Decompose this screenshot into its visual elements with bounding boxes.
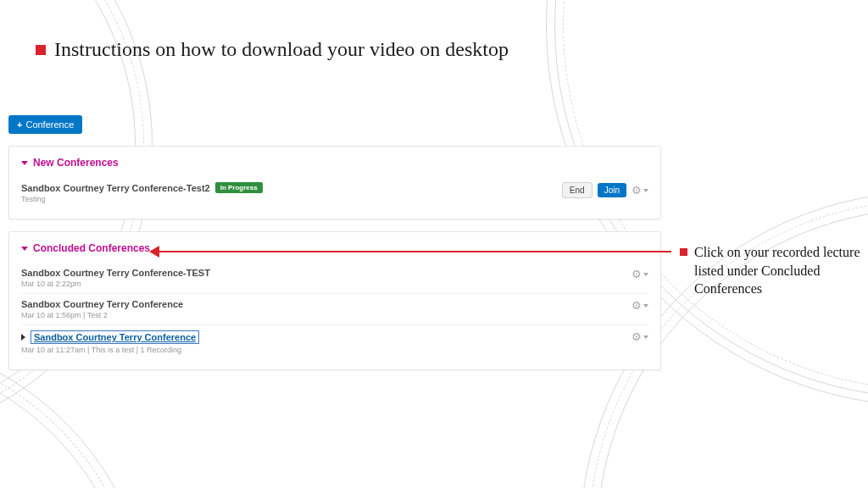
conference-row: Sandbox Courtney Terry Conference-Test2 … — [21, 177, 648, 208]
conference-title: Sandbox Courtney Terry Conference-TEST — [21, 268, 210, 278]
settings-menu[interactable]: ⚙ — [632, 330, 648, 343]
add-conference-button[interactable]: + Conference — [8, 115, 82, 134]
conference-info: Sandbox Courtney Terry Conference-Test2 … — [21, 182, 263, 203]
caret-down-icon — [643, 189, 648, 192]
caret-down-icon — [643, 273, 648, 276]
annotation-text: Click on your recorded lecture listed un… — [694, 243, 862, 298]
concluded-conferences-header[interactable]: Concluded Conferences — [21, 242, 648, 254]
conference-title: Sandbox Courtney Terry Conference-Test2 — [21, 183, 210, 193]
conference-title-line: Sandbox Courtney Terry Conference-Test2 … — [21, 182, 263, 193]
slide-title-row: Instructions on how to download your vid… — [36, 38, 509, 61]
caret-down-icon — [643, 336, 648, 339]
decorative-arc — [0, 352, 136, 488]
settings-menu[interactable]: ⚙ — [632, 184, 648, 197]
gear-icon: ⚙ — [632, 330, 642, 343]
conference-actions: End Join ⚙ — [562, 182, 648, 198]
conference-row[interactable]: Sandbox Courtney Terry Conference-TEST M… — [21, 263, 648, 294]
join-button[interactable]: Join — [598, 183, 626, 197]
status-badge: In Progress — [215, 182, 263, 193]
gear-icon: ⚙ — [632, 268, 642, 280]
conference-actions: ⚙ — [632, 330, 648, 343]
concluded-conferences-section: Concluded Conferences Sandbox Courtney T… — [8, 231, 661, 370]
new-conferences-header[interactable]: New Conferences — [21, 157, 648, 169]
gear-icon: ⚙ — [632, 299, 642, 312]
conference-info: Sandbox Courtney Terry Conference Mar 10… — [21, 330, 199, 354]
annotation-callout: Click on your recorded lecture listed un… — [680, 243, 862, 298]
conference-row[interactable]: Sandbox Courtney Terry Conference Mar 10… — [21, 294, 648, 325]
settings-menu[interactable]: ⚙ — [632, 268, 648, 280]
conference-actions: ⚙ — [632, 299, 648, 312]
caret-down-icon — [21, 161, 28, 165]
caret-down-icon — [643, 304, 648, 308]
conference-actions: ⚙ — [632, 268, 648, 280]
slide-title: Instructions on how to download your vid… — [54, 38, 509, 61]
gear-icon: ⚙ — [632, 184, 642, 197]
conference-meta: Mar 10 at 2:22pm — [21, 280, 210, 288]
bullet-icon — [36, 45, 46, 55]
conference-meta: Testing — [21, 195, 263, 203]
conference-meta: Mar 10 at 11:27am | This is a test | 1 R… — [21, 346, 199, 354]
conference-row[interactable]: Sandbox Courtney Terry Conference Mar 10… — [21, 325, 648, 359]
bullet-icon — [680, 248, 687, 256]
new-conferences-header-label: New Conferences — [33, 157, 119, 169]
caret-right-icon — [21, 334, 25, 341]
caret-down-icon — [21, 247, 28, 251]
conference-meta: Mar 10 at 1:56pm | Test 2 — [21, 311, 183, 319]
concluded-conferences-header-label: Concluded Conferences — [33, 242, 150, 254]
settings-menu[interactable]: ⚙ — [632, 299, 648, 312]
end-button[interactable]: End — [562, 182, 593, 198]
conference-info: Sandbox Courtney Terry Conference Mar 10… — [21, 299, 183, 319]
conference-title-link[interactable]: Sandbox Courtney Terry Conference — [31, 330, 199, 344]
conference-info: Sandbox Courtney Terry Conference-TEST M… — [21, 268, 210, 288]
conference-title-line: Sandbox Courtney Terry Conference — [21, 330, 199, 344]
conferences-app: + Conference New Conferences Sandbox Cou… — [8, 115, 661, 370]
conference-title: Sandbox Courtney Terry Conference — [21, 299, 183, 309]
add-conference-label: Conference — [25, 119, 74, 130]
new-conferences-section: New Conferences Sandbox Courtney Terry C… — [8, 146, 661, 219]
plus-icon: + — [17, 119, 22, 130]
